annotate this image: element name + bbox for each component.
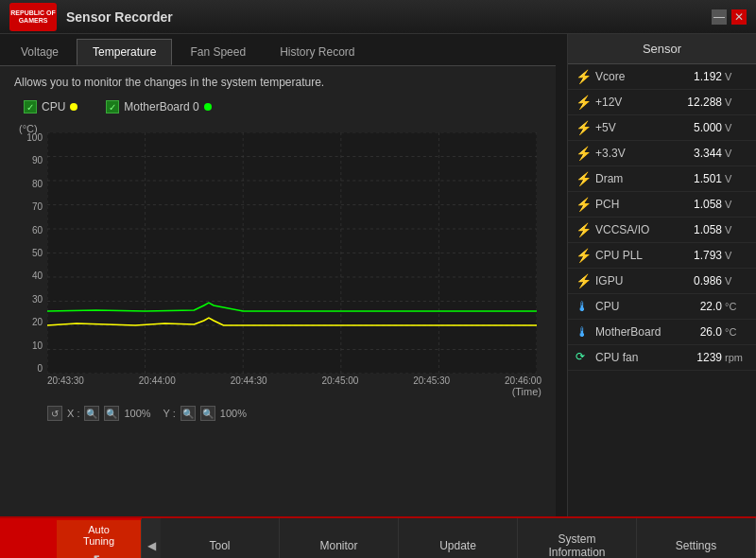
temp-icon: 🌡	[576, 324, 591, 340]
settings-button[interactable]: Settings	[637, 518, 756, 558]
rog-logo: REPUBLIC OF GAMERS	[9, 3, 57, 31]
zoom-x-value: 100%	[124, 408, 150, 419]
sensor-value: 22.0	[700, 300, 722, 313]
nav-left-button[interactable]: ◀	[142, 518, 161, 558]
sensor-unit: V	[725, 148, 748, 159]
voltage-icon: ⚡	[576, 197, 591, 212]
time-axis: 20:43:30 20:44:00 20:44:30 20:45:00 20:4…	[47, 375, 541, 386]
sensor-name: +5V	[595, 121, 694, 134]
auto-tuning-button[interactable]: Auto Tuning ↖	[57, 518, 142, 558]
sensor-row-vcore: ⚡ Vcore 1.192 V	[568, 64, 756, 90]
auto-tuning-label: Auto Tuning	[83, 524, 114, 547]
y-100: 100	[26, 132, 43, 143]
sensor-value: 1.501	[694, 172, 722, 185]
sensor-row-12v: ⚡ +12V 12.288 V	[568, 90, 756, 115]
time-label: (Time)	[512, 386, 541, 397]
time-3: 20:45:00	[321, 375, 358, 386]
sensor-row-dram: ⚡ Dram 1.501 V	[568, 166, 756, 192]
tool-label: Tool	[209, 539, 230, 552]
update-button[interactable]: Update	[399, 518, 518, 558]
sensor-name: VCCSA/IO	[595, 223, 694, 236]
sensor-value: 1.058	[694, 198, 722, 211]
sensor-unit: °C	[725, 326, 748, 338]
minimize-button[interactable]: —	[712, 9, 727, 25]
chart-svg	[47, 132, 537, 374]
cpu-label: CPU	[42, 100, 65, 113]
sensor-row-motherboard: 🌡 MotherBoard 26.0 °C	[568, 320, 756, 345]
zoom-y-in[interactable]: 🔍	[200, 406, 215, 421]
undo-button[interactable]: ↺	[47, 406, 62, 421]
sensor-unit: V	[725, 224, 748, 235]
voltage-icon: ⚡	[576, 146, 591, 161]
app-title: Sensor Recorder	[66, 9, 712, 25]
rog-bottom-logo: Λ	[0, 518, 57, 558]
cpu-checkbox[interactable]: ✓	[24, 100, 37, 113]
tab-voltage[interactable]: Voltage	[5, 39, 75, 65]
sensor-row-cpupll: ⚡ CPU PLL 1.793 V	[568, 243, 756, 269]
tab-temperature[interactable]: Temperature	[77, 39, 172, 65]
cpu-sensor-check[interactable]: ✓ CPU	[24, 100, 77, 113]
sensor-unit: rpm	[725, 352, 748, 363]
zoom-x-out[interactable]: 🔍	[84, 406, 99, 421]
motherboard-checkbox[interactable]: ✓	[106, 100, 119, 113]
sensor-row-igpu: ⚡ IGPU 0.986 V	[568, 269, 756, 294]
settings-label: Settings	[676, 539, 716, 552]
sensor-value: 1.793	[694, 249, 722, 262]
y-90: 90	[32, 155, 43, 166]
sensor-panel-header: Sensor	[568, 34, 756, 64]
sensor-value: 0.986	[694, 274, 722, 288]
sensor-name: +12V	[595, 96, 687, 109]
sensor-row-5v: ⚡ +5V 5.000 V	[568, 115, 756, 141]
tool-button[interactable]: Tool	[161, 518, 280, 558]
motherboard-dot	[204, 103, 212, 111]
tab-fanspeed[interactable]: Fan Speed	[174, 39, 262, 65]
sensor-row-cpufan: ⟳ CPU fan 1239 rpm	[568, 345, 756, 371]
y-40: 40	[32, 270, 43, 281]
y-70: 70	[32, 201, 43, 212]
y-0: 0	[37, 363, 43, 374]
time-5: 20:46:00	[505, 375, 541, 386]
sensor-name: Dram	[595, 172, 694, 185]
motherboard-label: MotherBoard 0	[124, 100, 198, 113]
tab-bar: Voltage Temperature Fan Speed History Re…	[0, 34, 556, 66]
sensor-unit: V	[725, 199, 748, 210]
y-label: Y :	[163, 408, 176, 419]
voltage-icon: ⚡	[576, 69, 591, 84]
time-2: 20:44:30	[231, 375, 267, 386]
sensor-name: CPU	[595, 300, 700, 313]
title-bar: REPUBLIC OF GAMERS Sensor Recorder — ✕	[0, 0, 756, 34]
sensor-unit: V	[725, 275, 748, 287]
sensor-unit: °C	[725, 301, 748, 312]
temp-icon: 🌡	[576, 299, 591, 314]
y-20: 20	[32, 317, 43, 327]
motherboard-sensor-check[interactable]: ✓ MotherBoard 0	[106, 100, 211, 113]
sensor-list: ⚡ Vcore 1.192 V ⚡ +12V 12.288 V ⚡ +5V 5.…	[568, 64, 756, 516]
sensor-name: PCH	[595, 198, 694, 211]
sensor-unit: V	[725, 250, 748, 261]
sensor-unit: V	[725, 173, 748, 184]
sensor-value: 1.192	[694, 70, 722, 83]
title-controls: — ✕	[712, 9, 747, 25]
sensors-row: ✓ CPU ✓ MotherBoard 0	[14, 100, 541, 113]
sensor-unit: V	[725, 122, 748, 133]
sensor-value: 26.0	[700, 325, 722, 339]
update-label: Update	[439, 539, 476, 552]
y-10: 10	[32, 340, 43, 351]
zoom-y-out[interactable]: 🔍	[180, 406, 196, 421]
rog-bottom-icon: Λ	[9, 527, 47, 558]
voltage-icon: ⚡	[576, 120, 591, 135]
system-info-button[interactable]: System Information	[518, 518, 637, 558]
sensor-unit: V	[725, 96, 748, 108]
cursor-icon: ↖	[92, 549, 106, 559]
sensor-name: MotherBoard	[595, 325, 700, 339]
tab-history[interactable]: History Record	[264, 39, 370, 65]
rog-logo-image: REPUBLIC OF GAMERS	[9, 3, 57, 31]
sensor-row-cpu: 🌡 CPU 22.0 °C	[568, 294, 756, 320]
zoom-x-in[interactable]: 🔍	[104, 406, 119, 421]
sensor-row-vccsaio: ⚡ VCCSA/IO 1.058 V	[568, 218, 756, 243]
sensor-name: Vcore	[595, 70, 694, 83]
chart-container: (°C) 100 90 80 70 60 50 40 30 20 10 0	[19, 123, 541, 426]
monitor-button[interactable]: Monitor	[280, 518, 399, 558]
sensor-value: 1.058	[694, 223, 722, 236]
close-button[interactable]: ✕	[731, 9, 747, 25]
